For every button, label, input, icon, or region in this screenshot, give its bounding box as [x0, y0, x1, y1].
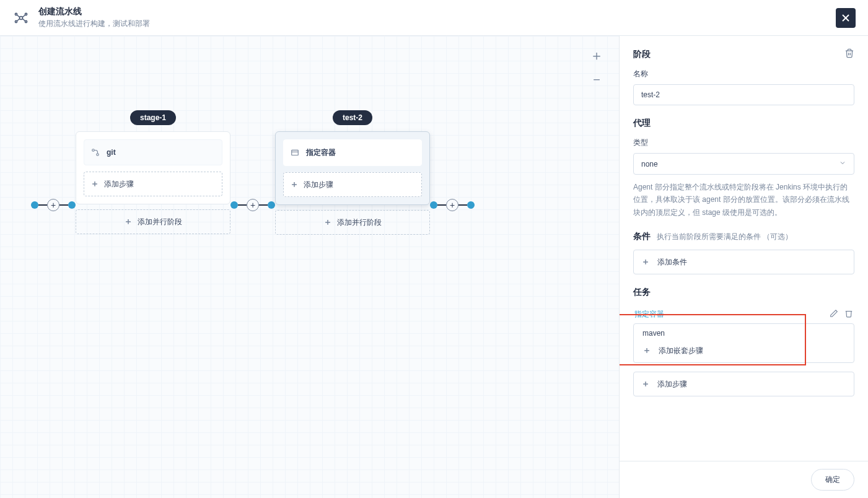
pipeline-icon — [12, 9, 30, 27]
add-step-label-panel: 添加步骤 — [657, 379, 687, 390]
connector-end: + — [430, 110, 475, 242]
add-step-label: 添加步骤 — [104, 179, 134, 190]
step-item-git[interactable]: git — [84, 139, 222, 165]
add-nested-step-button[interactable]: ＋ 添加嵌套步骤 — [634, 340, 854, 362]
stage-column: stage-1 git ＋ 添加步骤 ＋ 添加并行阶段 — [76, 110, 230, 234]
plus-icon: ＋ — [90, 178, 99, 190]
connector-line — [458, 204, 467, 206]
plus-icon: ＋ — [290, 179, 299, 190]
stage-box-selected[interactable]: 指定容器 ＋ 添加步骤 — [275, 131, 430, 205]
stage-column: test-2 指定容器 ＋ 添加步骤 ＋ 添加并行阶段 — [275, 110, 430, 235]
stage-box[interactable]: git ＋ 添加步骤 — [76, 131, 230, 204]
add-step-label: 添加步骤 — [304, 180, 333, 190]
task-section-header: 任务 — [633, 287, 854, 298]
add-stage-button[interactable]: + — [446, 199, 458, 211]
pipeline-track: + stage-1 git ＋ 添加步骤 — [0, 110, 475, 242]
add-step-button-panel[interactable]: ＋ 添加步骤 — [633, 372, 854, 396]
page-title: 创建流水线 — [38, 6, 150, 17]
dot-icon — [268, 201, 275, 209]
main: ＋ － + stage-1 git — [0, 36, 868, 498]
section-title-agent: 代理 — [633, 118, 854, 129]
plus-icon: ＋ — [323, 217, 332, 228]
add-nested-label: 添加嵌套步骤 — [659, 346, 703, 356]
canvas[interactable]: ＋ － + stage-1 git — [0, 36, 619, 498]
header-left: 创建流水线 使用流水线进行构建，测试和部署 — [12, 6, 150, 29]
connector-line — [437, 204, 446, 206]
close-button[interactable] — [836, 8, 856, 28]
add-step-button[interactable]: ＋ 添加步骤 — [283, 172, 422, 197]
task-sub-label: maven — [634, 324, 854, 340]
svg-point-12 — [97, 154, 99, 156]
add-stage-button[interactable]: + — [47, 199, 59, 211]
type-value: none — [641, 160, 658, 168]
section-title-task: 任务 — [633, 287, 651, 298]
condition-hint: 执行当前阶段所需要满足的条件 （可选） — [657, 232, 792, 242]
connector-line — [238, 204, 247, 206]
section-title-condition: 条件 — [633, 231, 651, 242]
zoom-out-button[interactable]: － — [588, 71, 605, 88]
connector-line — [259, 204, 268, 206]
task-sub: maven ＋ 添加嵌套步骤 — [633, 323, 854, 363]
zoom-controls: ＋ － — [588, 47, 605, 88]
add-condition-button[interactable]: ＋ 添加条件 — [633, 250, 854, 274]
type-label: 类型 — [633, 138, 854, 148]
svg-line-5 — [17, 15, 20, 17]
task-link[interactable]: 指定容器 — [634, 309, 664, 320]
side-panel: 阶段 名称 代理 类型 none Agent 部分指定整个流水线或特定阶段将在 … — [619, 36, 868, 498]
add-stage-button[interactable]: + — [247, 199, 259, 211]
plus-icon: ＋ — [642, 345, 651, 356]
connector-line — [59, 204, 68, 206]
add-parallel-label: 添加并行阶段 — [138, 217, 182, 227]
condition-section-header: 条件 执行当前阶段所需要满足的条件 （可选） — [633, 231, 854, 242]
header-titles: 创建流水线 使用流水线进行构建，测试和部署 — [38, 6, 150, 29]
name-input[interactable] — [633, 84, 854, 105]
svg-line-6 — [22, 15, 25, 17]
stage-label[interactable]: test-2 — [333, 110, 372, 125]
task-actions — [830, 309, 853, 320]
add-parallel-button[interactable]: ＋ 添加并行阶段 — [76, 209, 230, 234]
plus-icon: ＋ — [124, 216, 133, 227]
add-parallel-button[interactable]: ＋ 添加并行阶段 — [275, 210, 430, 235]
panel-footer: 确定 — [620, 461, 868, 498]
stage-section-header: 阶段 — [633, 48, 854, 60]
svg-point-11 — [92, 149, 95, 152]
step-label: git — [107, 148, 116, 157]
section-title-stage: 阶段 — [633, 49, 651, 60]
step-item-container[interactable]: 指定容器 — [283, 139, 422, 166]
svg-rect-13 — [292, 150, 299, 155]
confirm-button[interactable]: 确定 — [811, 469, 854, 491]
dot-icon — [230, 201, 238, 209]
trash-icon[interactable] — [844, 309, 853, 320]
header: 创建流水线 使用流水线进行构建，测试和部署 — [0, 0, 868, 36]
zoom-in-button[interactable]: ＋ — [588, 47, 605, 64]
page-subtitle: 使用流水线进行构建，测试和部署 — [38, 19, 150, 29]
name-label: 名称 — [633, 69, 854, 79]
type-select[interactable]: none — [633, 153, 854, 175]
task-head: 指定容器 — [633, 305, 854, 323]
edit-icon[interactable] — [830, 309, 838, 320]
dot-icon — [68, 201, 76, 209]
connector-start: + — [31, 110, 76, 242]
trash-icon[interactable] — [844, 48, 854, 60]
add-condition-label: 添加条件 — [657, 257, 687, 268]
git-icon — [90, 147, 100, 157]
dot-icon — [31, 201, 38, 209]
task-block: 指定容器 maven ＋ 添加嵌套步骤 — [633, 305, 854, 363]
container-icon — [290, 148, 300, 158]
connector-mid: + — [230, 110, 275, 242]
add-step-button[interactable]: ＋ 添加步骤 — [84, 172, 222, 196]
panel-body: 阶段 名称 代理 类型 none Agent 部分指定整个流水线或特定阶段将在 … — [620, 36, 868, 461]
svg-line-8 — [22, 19, 25, 21]
svg-line-7 — [17, 19, 20, 21]
stage-label[interactable]: stage-1 — [130, 110, 176, 125]
agent-help-text: Agent 部分指定整个流水线或特定阶段将在 Jenkins 环境中执行的位置，… — [633, 181, 854, 219]
dot-icon — [467, 201, 475, 209]
plus-icon: ＋ — [641, 378, 650, 390]
step-label: 指定容器 — [306, 147, 336, 158]
plus-icon: ＋ — [641, 256, 650, 268]
add-parallel-label: 添加并行阶段 — [337, 217, 382, 228]
connector-line — [38, 204, 47, 206]
chevron-down-icon — [839, 159, 846, 168]
dot-icon — [430, 201, 437, 209]
